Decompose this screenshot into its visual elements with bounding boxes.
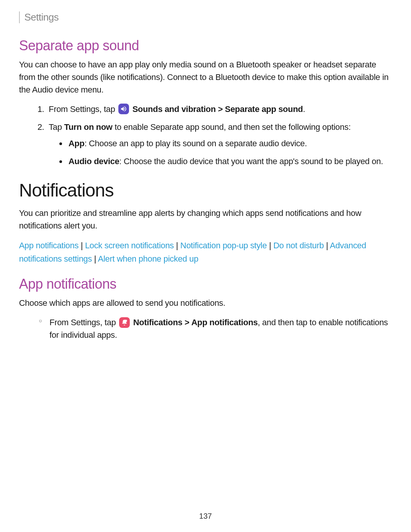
step2-prefix: Tap [49,122,64,132]
bullet1-bold: App [68,139,84,148]
bullet2-text: : Choose the audio device that you want … [119,157,383,166]
app-notifications-intro: Choose which apps are allowed to send yo… [19,297,392,309]
page-header: Settings [19,11,392,23]
link-sep: | [324,241,330,250]
notifications-icon [119,317,130,328]
step1-bold: Sounds and vibration > Separate app soun… [130,104,303,114]
separate-app-sound-intro: You can choose to have an app play only … [19,58,392,96]
heading-separate-app-sound: Separate app sound [19,38,392,54]
link-sep: | [92,254,98,264]
app-notifications-step: From Settings, tap Notifications > App n… [19,316,392,341]
heading-app-notifications: App notifications [19,276,392,292]
step2-bullets: App: Choose an app to play its sound on … [49,137,392,168]
step1-suffix: . [303,104,305,114]
link-do-not-disturb[interactable]: Do not disturb [273,241,324,250]
bullet-audio-device: Audio device: Choose the audio device th… [67,155,392,168]
notifications-intro: You can prioritize and streamline app al… [19,207,392,232]
bullet2-bold: Audio device [68,157,119,166]
step2-suffix: to enable Separate app sound, and then s… [112,122,350,132]
header-title: Settings [24,11,59,23]
svg-point-0 [125,320,127,322]
step2-bold: Turn on now [64,122,112,132]
step-prefix: From Settings, tap [49,318,118,327]
step-bold: Notifications > App notifications [131,318,258,327]
link-alert-when-phone-picked-up[interactable]: Alert when phone picked up [98,254,198,264]
link-lock-screen-notifications[interactable]: Lock screen notifications [85,241,174,250]
link-sep: | [78,241,85,250]
step-2: Tap Turn on now to enable Separate app s… [46,121,392,168]
app-notifications-step-item: From Settings, tap Notifications > App n… [39,316,392,341]
separate-app-sound-steps: From Settings, tap Sounds and vibration … [19,103,392,168]
sounds-icon [118,104,129,114]
bullet-app: App: Choose an app to play its sound on … [67,137,392,150]
link-app-notifications[interactable]: App notifications [19,241,78,250]
page-number: 137 [0,512,411,521]
step1-prefix: From Settings, tap [49,104,117,114]
bullet1-text: : Choose an app to play its sound on a s… [84,139,307,148]
step-1: From Settings, tap Sounds and vibration … [46,103,392,115]
link-notification-popup-style[interactable]: Notification pop-up style [180,241,267,250]
link-sep: | [174,241,180,250]
link-sep: | [267,241,273,250]
heading-notifications: Notifications [19,180,392,201]
notifications-links: App notifications | Lock screen notifica… [19,239,392,265]
